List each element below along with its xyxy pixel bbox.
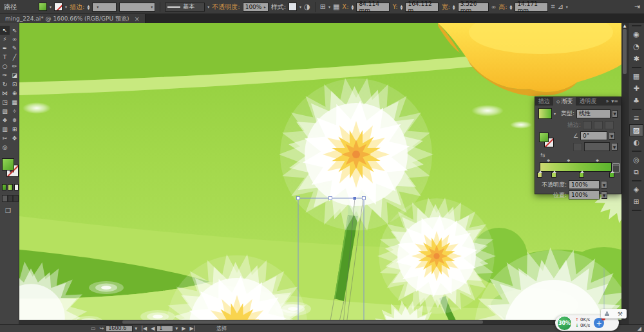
- brush-definition-select[interactable]: 基本: [165, 3, 205, 12]
- stroke-color-swatch[interactable]: [54, 3, 62, 11]
- stop-location-caret-icon[interactable]: ▼: [601, 191, 607, 199]
- shape-properties-icon[interactable]: ⊿: [558, 3, 564, 11]
- gradient-fill-swatch[interactable]: [538, 108, 552, 119]
- gradient-fill-stroke-mini[interactable]: [539, 133, 556, 149]
- align-icon[interactable]: ⊞: [320, 3, 326, 11]
- tool-hand[interactable]: ✥: [10, 134, 19, 143]
- panel-gradient-swatch-icon[interactable]: ◔: [629, 41, 643, 53]
- gradient-stop[interactable]: [609, 172, 614, 178]
- vscroll-thumb[interactable]: [623, 29, 627, 74]
- tab-gradient[interactable]: ◇ 渐变: [553, 97, 576, 106]
- wrench-icon[interactable]: ⚒: [618, 311, 623, 317]
- scroll-up-icon[interactable]: ▲: [623, 23, 627, 28]
- tool-lasso[interactable]: ∞: [10, 35, 19, 44]
- panel-swatches-icon[interactable]: ▦: [629, 70, 643, 82]
- first-artboard-icon[interactable]: |◀: [141, 326, 147, 331]
- style-swatch[interactable]: [289, 3, 297, 11]
- status-share-icon[interactable]: ↪: [100, 326, 104, 331]
- style-caret-icon[interactable]: ▾: [299, 5, 301, 9]
- tool-rotate[interactable]: ↻: [0, 80, 10, 89]
- tool-zoom[interactable]: ◎: [0, 143, 10, 152]
- prev-artboard-icon[interactable]: ◀: [151, 326, 155, 331]
- fill-caret-icon[interactable]: ▾: [50, 5, 52, 9]
- tool-free-transform[interactable]: ⊡: [10, 80, 19, 89]
- resize-grip-icon[interactable]: ◢: [638, 326, 641, 331]
- stroke-weight-stepper[interactable]: ▲▼: [87, 5, 90, 10]
- tool-artboard[interactable]: ⊞: [10, 125, 19, 134]
- canvas[interactable]: [19, 23, 621, 324]
- tool-column-graph[interactable]: ▥: [0, 125, 10, 134]
- gradient-stop[interactable]: [579, 172, 584, 178]
- panel-graphic-styles-icon[interactable]: ⧉: [629, 166, 643, 178]
- stroke-weight-input[interactable]: ▾: [92, 3, 117, 12]
- panel-color-icon[interactable]: ◉: [629, 28, 643, 41]
- tool-mesh[interactable]: ▦: [10, 98, 19, 107]
- last-artboard-icon[interactable]: ▶|: [189, 326, 195, 331]
- panel-gradient-icon[interactable]: ▨: [629, 124, 643, 136]
- tool-direct-selection[interactable]: ⇖: [10, 26, 19, 35]
- angle-caret-icon[interactable]: ▼: [609, 132, 615, 140]
- shape-props-caret-icon[interactable]: ▾: [566, 5, 568, 9]
- artboard-caret-icon[interactable]: ▾: [175, 326, 178, 331]
- tool-selection[interactable]: ↖: [0, 26, 10, 35]
- hscroll-thumb[interactable]: [122, 320, 483, 324]
- gradient-button[interactable]: [8, 184, 12, 190]
- document-tab[interactable]: ming_224.ai* @ 1600.66% (RGB/GPU 预览) ×: [0, 14, 146, 23]
- screen-mode-button[interactable]: ❐: [5, 207, 19, 214]
- h-input[interactable]: 14.171 mm: [515, 3, 548, 12]
- recolor-artwork-icon[interactable]: ◑: [304, 3, 310, 11]
- fill-indicator[interactable]: [2, 158, 14, 171]
- selection-handle[interactable]: [297, 197, 300, 200]
- y-input[interactable]: 164.112 m: [405, 3, 439, 12]
- w-input[interactable]: 3.526 mm: [458, 3, 489, 12]
- gradient-angle-input[interactable]: 0°: [580, 131, 607, 140]
- gradient-slider[interactable]: [540, 162, 612, 172]
- none-button[interactable]: [14, 184, 19, 190]
- panel-appearance-icon[interactable]: ◎: [629, 154, 643, 166]
- gradient-swatch-caret-icon[interactable]: ▾: [554, 111, 556, 116]
- horizontal-scrollbar[interactable]: [19, 320, 621, 324]
- y-stepper[interactable]: ▲▼: [401, 5, 403, 10]
- color-button[interactable]: [2, 184, 6, 190]
- x-input[interactable]: 84.114 mm: [356, 3, 390, 12]
- panel-brushes-icon[interactable]: ✚: [629, 82, 643, 95]
- stop-opacity-caret-icon[interactable]: ▼: [601, 181, 607, 189]
- opacity-input[interactable]: 100%▸: [243, 3, 269, 12]
- overlay-popup[interactable]: ⚒: [601, 309, 627, 318]
- vertical-scrollbar[interactable]: ▲ ▼: [621, 23, 628, 324]
- tool-gradient[interactable]: ▧: [0, 107, 10, 116]
- gradient-stop[interactable]: [551, 172, 556, 178]
- panel-stroke-icon[interactable]: ≡: [629, 112, 643, 124]
- zoom-caret-icon[interactable]: ▾: [135, 326, 137, 331]
- gradient-stop[interactable]: [537, 172, 542, 178]
- status-artboard-icon[interactable]: ▭: [91, 326, 96, 331]
- brush-caret-icon[interactable]: ▾: [207, 5, 209, 9]
- gradient-midpoint[interactable]: ◆: [596, 158, 599, 162]
- width-profile-select[interactable]: ▾: [119, 3, 155, 12]
- zoom-level-input[interactable]: 1600.6: [106, 326, 133, 332]
- next-artboard-icon[interactable]: ▶: [182, 326, 185, 331]
- delete-stop-icon[interactable]: [612, 163, 620, 172]
- user-icon[interactable]: [605, 311, 609, 316]
- type-caret-icon[interactable]: ▼: [612, 110, 618, 118]
- tool-pen[interactable]: ✒: [0, 44, 10, 53]
- artboard-number-input[interactable]: 1: [156, 326, 173, 332]
- stroke-caret-icon[interactable]: ▾: [65, 5, 67, 9]
- tool-slice[interactable]: ✂: [0, 134, 10, 143]
- tool-perspective-grid[interactable]: ◳: [0, 98, 10, 107]
- plus-button[interactable]: +: [594, 318, 604, 328]
- tool-blend[interactable]: ❖: [0, 116, 10, 125]
- draw-behind-mode[interactable]: [8, 195, 14, 202]
- tool-magic-wand[interactable]: ⚡: [0, 35, 10, 44]
- panel-menu-icon[interactable]: ▾≡: [611, 98, 618, 104]
- tool-shape-builder[interactable]: ⊕: [10, 89, 19, 98]
- tool-curvature[interactable]: ✎: [10, 44, 19, 53]
- draw-normal-mode[interactable]: [2, 195, 8, 202]
- tool-width[interactable]: ⋈: [0, 89, 10, 98]
- shear-icon[interactable]: ⌗: [551, 3, 554, 11]
- selection-handle[interactable]: [363, 197, 366, 200]
- collapse-panel-icon[interactable]: »: [605, 98, 609, 104]
- speed-percent-badge[interactable]: 30%: [557, 316, 572, 331]
- reverse-gradient-icon[interactable]: ⇆: [540, 152, 545, 158]
- tool-line-segment[interactable]: ╱: [10, 53, 19, 62]
